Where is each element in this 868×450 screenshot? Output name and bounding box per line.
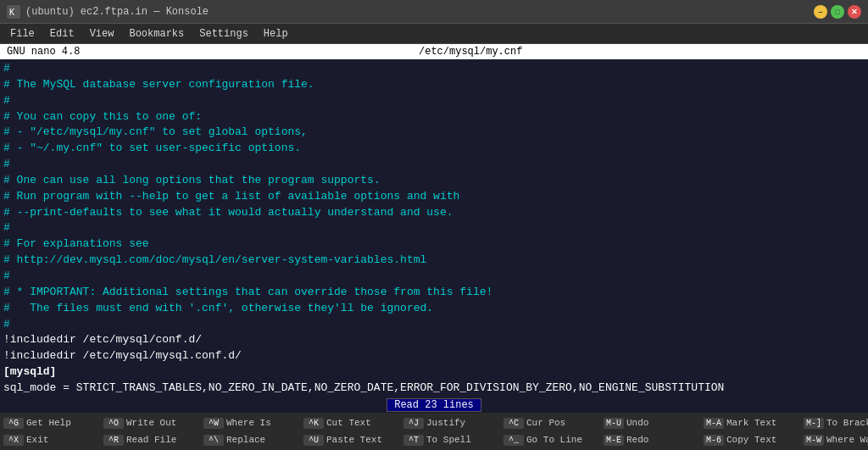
shortcut-key: M-6 (704, 435, 724, 446)
menu-item-file[interactable]: File (3, 26, 42, 42)
menu-item-view[interactable]: View (83, 26, 121, 42)
shortcut-label: Write Out (126, 418, 176, 428)
shortcut-key: M-E (604, 435, 624, 446)
shortcut-label: Get Help (26, 418, 71, 428)
shortcut-key: M-U (604, 418, 624, 429)
menu-item-bookmarks[interactable]: Bookmarks (122, 26, 191, 42)
menubar: FileEditViewBookmarksSettingsHelp (0, 24, 868, 44)
shortcut-item-4: ^JJustify (400, 417, 500, 430)
shortcut-key: M-] (804, 418, 824, 429)
shortcut-item-7: M-6Copy Text (700, 434, 800, 447)
editor-line: sql_mode = STRICT_TRANS_TABLES,NO_ZERO_I… (3, 381, 865, 397)
shortcut-row-2: ^XExit^RRead File^\Replace^UPaste Text^T… (0, 431, 868, 448)
shortcut-label: To Spell (426, 435, 471, 445)
shortcut-label: Read File (126, 435, 176, 445)
shortcut-key: ^J (403, 418, 424, 429)
shortcut-label: Cut Text (326, 418, 371, 428)
shortcut-label: Go To Line (526, 435, 582, 445)
shortcut-item-5: ^_Go To Line (500, 434, 600, 447)
shortcut-key: ^R (103, 435, 124, 446)
shortcut-item-3: ^KCut Text (300, 417, 400, 430)
editor-line: # (3, 317, 865, 333)
editor-line: !includedir /etc/mysql/conf.d/ (3, 332, 865, 348)
editor-line: # - "~/.my.cnf" to set user-specific opt… (3, 141, 865, 157)
editor-line: # You can copy this to one of: (3, 109, 865, 125)
shortcut-item-6: M-UUndo (600, 417, 700, 430)
svg-text:K: K (9, 8, 14, 17)
editor-line: # Run program with --help to get a list … (3, 189, 865, 205)
editor-line: # - "/etc/mysql/my.cnf" to set global op… (3, 125, 865, 141)
titlebar-left: K (ubuntu) ec2.ftpa.in — Konsole (7, 5, 209, 19)
shortcut-item-4: ^TTo Spell (400, 434, 500, 447)
shortcut-key: ^U (303, 435, 324, 446)
menu-item-edit[interactable]: Edit (43, 26, 81, 42)
shortcut-item-0: ^GGet Help (0, 417, 100, 430)
shortcut-label: Replace (226, 435, 265, 445)
shortcut-item-8: M-WWhere Was (800, 434, 868, 447)
shortcut-item-1: ^OWrite Out (100, 417, 200, 430)
maximize-button[interactable]: □ (831, 5, 844, 19)
nano-filename: /etc/mysql/my.cnf (419, 46, 522, 58)
shortcut-item-5: ^CCur Pos (500, 417, 600, 430)
nano-topbar: GNU nano 4.8 /etc/mysql/my.cnf (0, 44, 868, 59)
editor[interactable]: ## The MySQL database server configurati… (0, 59, 868, 397)
shortcut-item-7: M-AMark Text (700, 417, 800, 430)
shortcut-item-8: M-]To Bracket (800, 417, 868, 430)
shortcut-item-1: ^RRead File (100, 434, 200, 447)
editor-line: # (3, 93, 865, 109)
shortcut-key: ^W (203, 418, 224, 429)
shortcut-bar: ^GGet Help^OWrite Out^WWhere Is^KCut Tex… (0, 413, 868, 450)
editor-line: # The MySQL database server configuratio… (3, 77, 865, 93)
shortcut-item-0: ^XExit (0, 434, 100, 447)
nano-status-message: Read 23 lines (387, 398, 481, 412)
shortcut-key: ^C (504, 418, 524, 429)
shortcut-label: Exit (26, 435, 48, 445)
menu-item-settings[interactable]: Settings (192, 26, 255, 42)
nano-bottom-status: Read 23 lines (0, 397, 868, 413)
editor-line: # For explanations see (3, 236, 865, 253)
shortcut-key: ^X (3, 435, 24, 446)
shortcut-label: To Bracket (826, 418, 868, 428)
editor-line: # One can use all long options that the … (3, 173, 865, 189)
shortcut-label: Copy Text (726, 435, 776, 445)
menu-item-help[interactable]: Help (257, 26, 295, 42)
close-button[interactable]: ✕ (848, 5, 861, 19)
shortcut-item-3: ^UPaste Text (300, 434, 400, 447)
editor-line: # (3, 220, 865, 236)
minimize-button[interactable]: – (814, 5, 827, 19)
editor-line: # * IMPORTANT: Additional settings that … (3, 285, 865, 301)
shortcut-key: M-A (704, 418, 724, 429)
shortcut-key: ^\ (203, 435, 224, 446)
shortcut-label: Where Is (226, 418, 271, 428)
shortcut-key: ^O (103, 418, 124, 429)
shortcut-label: Where Was (826, 435, 868, 445)
shortcut-label: Paste Text (326, 435, 382, 445)
shortcut-key: ^T (403, 435, 424, 446)
titlebar: K (ubuntu) ec2.ftpa.in — Konsole – □ ✕ (0, 0, 868, 24)
editor-line: # (3, 61, 865, 77)
shortcut-key: ^G (3, 418, 24, 429)
shortcut-key: ^K (303, 418, 324, 429)
shortcut-label: Undo (626, 418, 648, 428)
titlebar-buttons: – □ ✕ (814, 5, 861, 19)
shortcut-item-2: ^\Replace (200, 434, 300, 447)
editor-line: # --print-defaults to see what it would … (3, 205, 865, 221)
app-icon: K (7, 5, 20, 19)
shortcut-label: Cur Pos (526, 418, 565, 428)
editor-line: [mysqld] (3, 364, 865, 381)
shortcut-label: Redo (626, 435, 648, 445)
editor-line: !includedir /etc/mysql/mysql.conf.d/ (3, 348, 865, 364)
shortcut-item-2: ^WWhere Is (200, 417, 300, 430)
editor-line: # http://dev.mysql.com/doc/mysql/en/serv… (3, 253, 865, 269)
shortcut-label: Mark Text (726, 418, 776, 428)
shortcut-row-1: ^GGet Help^OWrite Out^WWhere Is^KCut Tex… (0, 414, 868, 431)
shortcut-key: ^_ (504, 435, 524, 446)
window-title: (ubuntu) ec2.ftpa.in — Konsole (25, 6, 209, 18)
editor-line: # (3, 157, 865, 173)
editor-line: # (3, 269, 865, 285)
shortcut-item-6: M-ERedo (600, 434, 700, 447)
nano-version: GNU nano 4.8 (7, 46, 80, 58)
editor-line: # The files must end with '.cnf', otherw… (3, 301, 865, 317)
shortcut-label: Justify (426, 418, 465, 428)
shortcut-key: M-W (804, 435, 824, 446)
